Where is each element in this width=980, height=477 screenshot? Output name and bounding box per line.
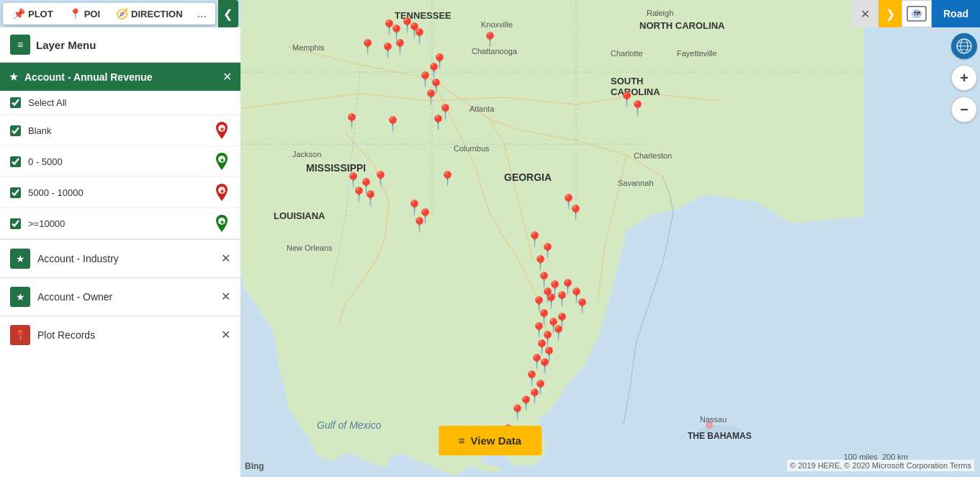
select-all-checkbox[interactable] [10,97,21,108]
filter-ge-10000-icon: ★ [213,215,230,232]
svg-text:★: ★ [220,188,225,195]
more-button[interactable]: ... [192,4,212,23]
filter-5000-10000-left: 5000 - 10000 [10,187,84,198]
filter-0-5000-checkbox[interactable] [10,156,21,167]
svg-text:★: ★ [220,219,225,226]
view-data-button[interactable]: ≡ View Data [439,426,541,455]
globe-button[interactable] [951,33,977,59]
window-close-button[interactable]: ✕ [851,0,878,27]
filter-blank: Blank ★ [0,115,240,146]
filter-blank-icon: ★ [213,122,230,139]
layer-plot-close[interactable]: ✕ [221,329,230,341]
layer-owner: ★ Account - Owner ✕ [0,277,240,316]
annual-revenue-close-button[interactable]: ✕ [222,71,232,83]
filter-ge-10000-label: >=10000 [28,218,65,229]
svg-text:🗺: 🗺 [914,10,921,17]
layer-owner-left: ★ Account - Owner [10,287,112,307]
filter-5000-10000-label: 5000 - 10000 [28,187,84,198]
select-all-left: Select All [10,97,66,108]
toolbar-left: 📌 PLOT 📍 POI 🧭 DIRECTION ... [3,3,215,24]
layer-menu-title: Layer Menu [36,39,96,51]
layer-owner-close[interactable]: ✕ [221,291,230,303]
right-top-row: ✕ ❯ 🗺 Road [851,0,980,27]
select-all-item: Select All [0,91,240,115]
svg-text:Gulf of Mexico: Gulf of Mexico [317,419,382,431]
layer-industry-close[interactable]: ✕ [221,253,230,264]
annual-revenue-header: ★ Account - Annual Revenue ✕ [0,63,240,91]
zoom-out-button[interactable]: − [951,97,977,122]
toolbar: 📌 PLOT 📍 POI 🧭 DIRECTION ... ❮ [0,0,238,27]
direction-button[interactable]: 🧭 DIRECTION [109,5,190,22]
layer-industry: ★ Account - Industry ✕ [0,239,240,277]
layer-owner-icon: ★ [10,287,30,307]
left-panel: ≡ Layer Menu ★ Account - Annual Revenue … [0,27,240,477]
filter-ge-10000: >=10000 ★ [0,208,240,239]
filter-5000-10000-checkbox[interactable] [10,187,21,198]
collapse-button[interactable]: ❮ [218,0,238,27]
direction-icon: 🧭 [116,8,128,19]
right-controls: ✕ ❯ 🗺 Road + − [851,0,980,122]
svg-text:★: ★ [220,157,225,164]
right-side-controls: + − [951,33,980,122]
filter-0-5000-label: 0 - 5000 [28,156,63,167]
map-icon-button[interactable]: 🗺 [902,0,932,27]
bing-logo: Bing [245,461,264,471]
layer-industry-label: Account - Industry [37,253,119,264]
attribution: © 2019 HERE, © 2020 Microsoft Corporatio… [787,460,974,471]
filter-blank-checkbox[interactable] [10,125,21,136]
expand-button[interactable]: ❯ [878,0,902,27]
layer-items: ★ Account - Industry ✕ ★ Account - Owner… [0,239,240,354]
filter-5000-10000: 5000 - 10000 ★ [0,177,240,208]
layer-industry-icon: ★ [10,249,30,269]
annual-revenue-star-icon: ★ [9,70,19,84]
plot-icon: 📌 [13,8,25,19]
filter-5000-10000-icon: ★ [213,184,230,201]
layer-plot: 📍 Plot Records ✕ [0,316,240,354]
layer-plot-label: Plot Records [37,329,95,341]
filter-ge-10000-checkbox[interactable] [10,218,21,229]
poi-button[interactable]: 📍 POI [62,5,107,22]
select-all-label: Select All [28,97,66,108]
layer-menu-icon: ≡ [10,35,30,55]
layer-owner-label: Account - Owner [37,291,112,303]
svg-point-2 [698,425,742,437]
annual-revenue-header-left: ★ Account - Annual Revenue [9,70,153,84]
filter-list: Select All Blank ★ [0,91,240,239]
layer-plot-icon: 📍 [10,325,30,345]
layer-menu-header: ≡ Layer Menu [0,27,240,63]
annual-revenue-section: ★ Account - Annual Revenue ✕ Select All … [0,63,240,239]
annual-revenue-title: Account - Annual Revenue [24,71,153,83]
plot-button[interactable]: 📌 PLOT [6,5,60,22]
zoom-in-button[interactable]: + [951,65,977,91]
view-data-label: View Data [471,434,522,447]
filter-0-5000-icon: ★ [213,153,230,170]
filter-blank-label: Blank [28,125,52,136]
filter-0-5000-left: 0 - 5000 [10,156,63,167]
svg-text:★: ★ [220,126,225,133]
layer-menu-icon-symbol: ≡ [17,39,23,50]
layer-industry-left: ★ Account - Industry [10,249,119,269]
filter-ge-10000-left: >=10000 [10,218,65,229]
filter-0-5000: 0 - 5000 ★ [0,146,240,177]
layer-plot-left: 📍 Plot Records [10,325,95,345]
filter-blank-left: Blank [10,125,52,136]
svg-point-3 [706,422,713,429]
poi-icon: 📍 [69,8,81,19]
road-button[interactable]: Road [932,0,980,27]
view-data-icon: ≡ [459,434,465,447]
